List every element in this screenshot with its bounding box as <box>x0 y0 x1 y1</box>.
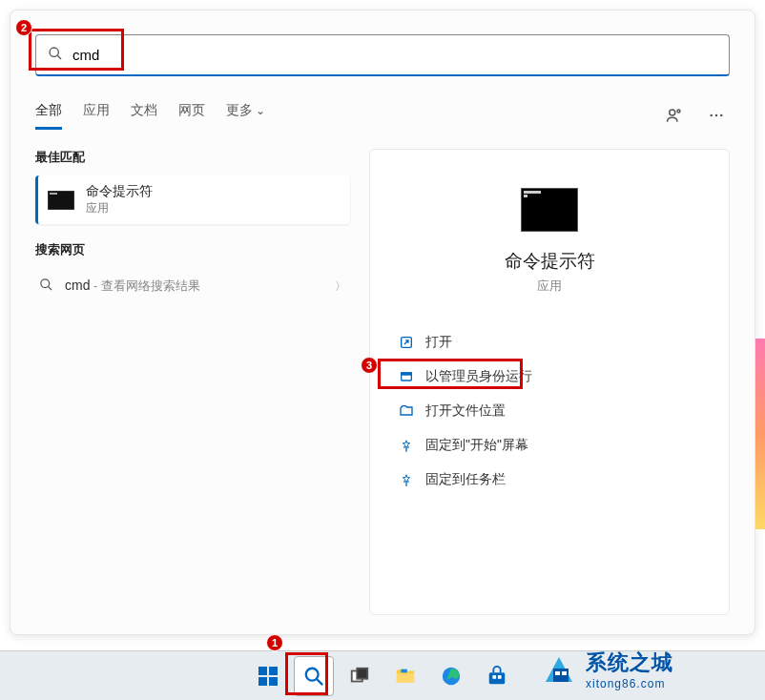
tabs-row: 全部 应用 文档 网页 更多 <box>35 96 730 134</box>
action-label: 固定到任务栏 <box>425 471 506 488</box>
svg-rect-26 <box>492 675 496 679</box>
watermark-logo-icon <box>540 649 580 690</box>
account-icon[interactable] <box>661 102 688 129</box>
tab-more[interactable]: 更多 <box>226 102 265 130</box>
svg-line-1 <box>57 55 61 59</box>
best-match-heading: 最佳匹配 <box>35 149 350 166</box>
svg-rect-30 <box>562 671 567 675</box>
svg-point-7 <box>41 279 50 288</box>
svg-point-4 <box>710 114 713 117</box>
action-run-as-admin[interactable]: 以管理员身份运行 <box>389 361 710 392</box>
store-button[interactable] <box>477 656 517 696</box>
svg-rect-22 <box>397 673 414 682</box>
preview-subtitle: 应用 <box>389 278 710 295</box>
callout-1: 1 <box>266 634 283 651</box>
action-open-location[interactable]: 打开文件位置 <box>389 396 710 426</box>
task-view-button[interactable] <box>340 656 380 696</box>
action-pin-start[interactable]: 固定到"开始"屏幕 <box>389 430 710 461</box>
watermark-url: xitong86.com <box>586 677 673 690</box>
actions-list: 打开 以管理员身份运行 打开文件位置 固定到"开始"屏幕 固定到任务栏 <box>389 327 710 495</box>
tabs: 全部 应用 文档 网页 更多 <box>35 102 265 130</box>
web-search-text: cmd - 查看网络搜索结果 <box>65 278 200 295</box>
svg-rect-15 <box>269 667 278 675</box>
svg-point-5 <box>715 114 718 117</box>
web-search-heading: 搜索网页 <box>35 241 350 258</box>
preview-pane: 命令提示符 应用 打开 以管理员身份运行 打开文件位置 固定到"开始"屏幕 固定… <box>369 149 730 615</box>
svg-rect-25 <box>489 672 506 684</box>
cmd-icon <box>48 191 74 210</box>
action-pin-taskbar[interactable]: 固定到任务栏 <box>389 464 710 495</box>
tab-docs[interactable]: 文档 <box>131 102 157 130</box>
svg-rect-17 <box>269 677 278 686</box>
svg-rect-11 <box>402 373 412 375</box>
svg-rect-16 <box>258 677 267 686</box>
svg-rect-21 <box>357 668 367 678</box>
svg-rect-14 <box>258 667 267 675</box>
search-icon <box>39 278 53 295</box>
desktop-edge <box>755 339 765 529</box>
tab-apps[interactable]: 应用 <box>83 102 110 130</box>
tab-web[interactable]: 网页 <box>178 102 205 130</box>
watermark: 系统之城 xitong86.com <box>540 641 759 698</box>
svg-point-18 <box>306 668 319 680</box>
action-label: 打开文件位置 <box>425 402 506 420</box>
search-row <box>35 34 730 82</box>
search-panel: 全部 应用 文档 网页 更多 最佳匹配 命令提示符 应用 搜索网页 <box>10 10 755 635</box>
action-label: 固定到"开始"屏幕 <box>425 437 528 454</box>
best-match-title: 命令提示符 <box>86 183 153 200</box>
svg-point-0 <box>50 48 58 56</box>
callout-2: 2 <box>15 19 32 36</box>
svg-point-3 <box>677 110 680 113</box>
file-explorer-button[interactable] <box>385 656 425 696</box>
action-label: 以管理员身份运行 <box>425 368 532 385</box>
tab-all[interactable]: 全部 <box>35 102 62 130</box>
action-open[interactable]: 打开 <box>389 327 710 358</box>
search-icon <box>48 46 63 65</box>
preview-title: 命令提示符 <box>389 249 710 274</box>
watermark-title: 系统之城 <box>586 649 673 677</box>
left-column: 最佳匹配 命令提示符 应用 搜索网页 cmd - 查看网络搜索结果 〉 <box>35 149 350 304</box>
svg-point-6 <box>720 114 723 117</box>
web-search-item[interactable]: cmd - 查看网络搜索结果 〉 <box>35 268 350 304</box>
svg-rect-23 <box>401 669 406 672</box>
best-match-subtitle: 应用 <box>86 200 153 216</box>
svg-line-19 <box>317 679 322 685</box>
tabs-right <box>661 102 730 129</box>
best-match-item[interactable]: 命令提示符 应用 <box>35 175 350 224</box>
svg-point-2 <box>670 110 675 115</box>
edge-button[interactable] <box>431 656 471 696</box>
svg-rect-27 <box>498 675 502 679</box>
svg-line-8 <box>49 287 52 290</box>
svg-rect-29 <box>555 671 560 675</box>
taskbar-search-button[interactable] <box>294 656 334 696</box>
search-box[interactable] <box>35 34 730 76</box>
action-label: 打开 <box>425 334 452 351</box>
app-thumbnail <box>521 188 578 232</box>
chevron-right-icon: 〉 <box>335 278 346 295</box>
callout-3: 3 <box>361 357 378 374</box>
start-button[interactable] <box>248 656 288 696</box>
more-icon[interactable] <box>703 102 730 129</box>
best-match-text: 命令提示符 应用 <box>86 183 153 216</box>
search-input[interactable] <box>72 47 717 63</box>
